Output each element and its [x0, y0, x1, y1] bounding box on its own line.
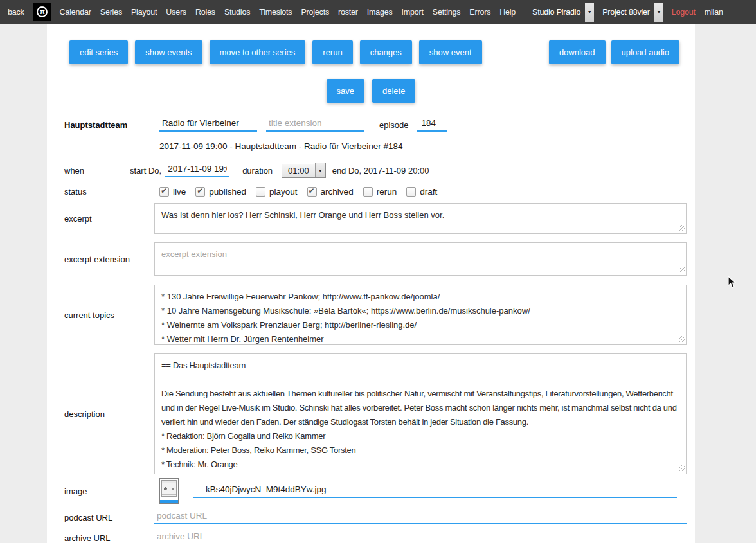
title-input[interactable]: [159, 118, 257, 132]
status-checkbox-archived[interactable]: archived: [307, 187, 354, 197]
studio-select[interactable]: Studio Piradio ▼: [528, 3, 594, 22]
checkbox-label: playout: [269, 187, 298, 197]
image-filename-input[interactable]: [193, 484, 677, 498]
nav-item-images[interactable]: Images: [363, 8, 397, 17]
status-checkbox-live[interactable]: live: [159, 187, 186, 197]
duration-label: duration: [242, 166, 273, 175]
podcast-url-label: podcast URL: [64, 513, 154, 522]
excerpt-extension-textarea[interactable]: [154, 242, 687, 276]
description-textarea[interactable]: == Das Hauptstadtteam Die Sendung besteh…: [154, 353, 687, 474]
mouse-cursor: [728, 276, 739, 289]
podcast-url-input[interactable]: [154, 510, 687, 524]
duration-select-value: 01:00: [282, 163, 315, 177]
start-datetime-input[interactable]: [165, 163, 230, 177]
nav-item-studios[interactable]: Studios: [220, 8, 255, 17]
playout-checkbox[interactable]: [256, 187, 266, 197]
nav-item-settings[interactable]: Settings: [428, 8, 465, 17]
computed-title-text: 2017-11-09 19:00 - Hauptstadtteam - Radi…: [159, 141, 695, 151]
live-checkbox[interactable]: [159, 187, 169, 197]
download-button[interactable]: download: [549, 40, 606, 64]
nav-items: CalendarSeriesPlayoutUsersRolesStudiosTi…: [55, 8, 521, 17]
title-extension-input[interactable]: [266, 118, 364, 132]
image-thumbnail[interactable]: [159, 478, 179, 504]
username-label: milan: [702, 8, 732, 17]
move-to-other-series-button[interactable]: move to other series: [210, 40, 306, 64]
changes-button[interactable]: changes: [360, 40, 412, 64]
status-checkbox-draft[interactable]: draft: [406, 187, 437, 197]
nav-item-import[interactable]: Import: [397, 8, 428, 17]
status-checkboxes: livepublishedplayoutarchivedrerundraft: [159, 187, 447, 197]
toolbar-row-2: savedelete: [47, 79, 695, 103]
draft-checkbox[interactable]: [406, 187, 416, 197]
end-datetime-text: end Do, 2017-11-09 20:00: [332, 166, 429, 175]
studio-select-value: Studio Piradio: [528, 3, 585, 22]
status-row: status livepublishedplayoutarchivedrerun…: [64, 187, 687, 197]
checkbox-label: archived: [321, 187, 354, 197]
toolbar-row-1: edit seriesshow eventsmove to other seri…: [69, 40, 680, 64]
episode-label: episode: [379, 120, 409, 130]
rerun-checkbox[interactable]: [363, 187, 373, 197]
chevron-down-icon[interactable]: ▼: [654, 3, 663, 22]
checkbox-label: draft: [420, 187, 437, 197]
piradio-logo[interactable]: π: [33, 3, 51, 21]
podcast-url-row: podcast URL: [64, 510, 687, 524]
excerpt-extension-label: excerpt extension: [64, 254, 154, 264]
checkbox-label: rerun: [377, 187, 397, 197]
top-navbar: back π CalendarSeriesPlayoutUsersRolesSt…: [0, 0, 756, 24]
when-row: when start Do, duration 01:00 ▼ end Do, …: [64, 163, 687, 178]
status-checkbox-published[interactable]: published: [195, 187, 246, 197]
status-checkbox-rerun[interactable]: rerun: [363, 187, 397, 197]
main-content: edit seriesshow eventsmove to other seri…: [47, 24, 695, 543]
logout-link[interactable]: Logout: [665, 8, 702, 17]
edit-series-button[interactable]: edit series: [69, 40, 128, 64]
archive-url-row: archive URL: [64, 531, 687, 543]
nav-item-timeslots[interactable]: Timeslots: [255, 8, 296, 17]
archived-checkbox[interactable]: [307, 187, 317, 197]
description-row: description == Das Hauptstadtteam Die Se…: [64, 353, 687, 474]
excerpt-textarea[interactable]: Was ist denn hier los? Herr Schinski, He…: [154, 203, 687, 234]
nav-item-roles[interactable]: Roles: [191, 8, 220, 17]
chevron-down-icon[interactable]: ▼: [315, 163, 325, 177]
excerpt-extension-row: excerpt extension: [64, 242, 687, 276]
nav-item-calendar[interactable]: Calendar: [55, 8, 96, 17]
status-checkbox-playout[interactable]: playout: [256, 187, 298, 197]
nav-item-users[interactable]: Users: [161, 8, 191, 17]
status-label: status: [64, 187, 154, 197]
archive-url-input[interactable]: [154, 531, 687, 543]
checkbox-label: live: [173, 187, 186, 197]
nav-item-errors[interactable]: Errors: [465, 8, 495, 17]
nav-item-back[interactable]: back: [5, 8, 30, 17]
upload-audio-button[interactable]: upload audio: [611, 40, 680, 64]
show-events-button[interactable]: show events: [135, 40, 202, 64]
navbar-separator: [523, 0, 523, 24]
published-checkbox[interactable]: [195, 187, 205, 197]
nav-item-playout[interactable]: Playout: [127, 8, 161, 17]
series-name-label: Hauptstadtteam: [64, 120, 154, 130]
start-day-label: start Do,: [130, 166, 161, 175]
checkbox-label: published: [209, 187, 246, 197]
excerpt-row: excerpt Was ist denn hier los? Herr Schi…: [64, 203, 687, 234]
image-row: image: [64, 478, 687, 504]
save-button[interactable]: save: [327, 79, 364, 103]
current-topics-row: current topics * 130 Jahre Freiwillige F…: [64, 285, 687, 345]
title-row: Hauptstadtteam episode: [64, 118, 687, 132]
nav-item-help[interactable]: Help: [495, 8, 520, 17]
show-event-button[interactable]: show event: [419, 40, 482, 64]
project-select[interactable]: Project 88vier ▼: [598, 3, 663, 22]
current-topics-textarea[interactable]: * 130 Jahre Freiwillige Feuerwehr Pankow…: [154, 285, 687, 345]
toolbar-right-group: downloadupload audio: [549, 40, 680, 64]
nav-item-roster[interactable]: roster: [334, 8, 363, 17]
nav-item-projects[interactable]: Projects: [296, 8, 334, 17]
duration-select[interactable]: 01:00 ▼: [282, 163, 326, 178]
nav-item-series[interactable]: Series: [96, 8, 127, 17]
rerun-button[interactable]: rerun: [312, 40, 352, 64]
chevron-down-icon[interactable]: ▼: [585, 3, 594, 22]
episode-input[interactable]: [417, 118, 447, 132]
excerpt-label: excerpt: [64, 214, 154, 224]
delete-button[interactable]: delete: [372, 79, 415, 103]
description-label: description: [64, 409, 154, 419]
thumbnail-picture: [161, 480, 177, 497]
toolbar-left-group: edit seriesshow eventsmove to other seri…: [69, 40, 482, 64]
project-select-value: Project 88vier: [598, 3, 654, 22]
pi-logo-icon: π: [37, 6, 48, 17]
